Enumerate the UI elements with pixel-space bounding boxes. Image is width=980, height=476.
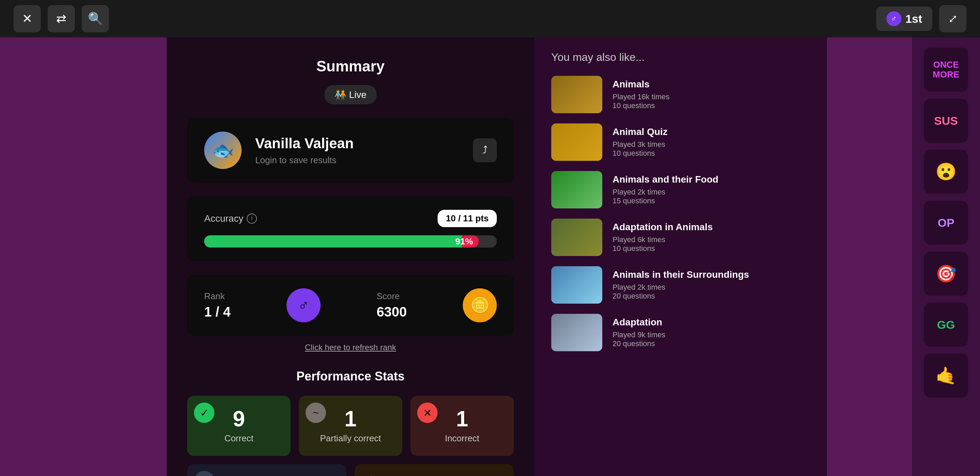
quiz-item[interactable]: Animals in their Surroundings Played 2k … — [551, 266, 810, 304]
stats-grid-top: ✓ 9 Correct ~ 1 Partially correct ✕ 1 In… — [187, 396, 514, 456]
expand-button[interactable]: ⤢ — [939, 5, 966, 32]
time-icon: 👥 — [194, 471, 215, 476]
live-badge-text: 🧑‍🤝‍🧑 Live — [334, 89, 366, 100]
accuracy-label: Accuracy i — [204, 213, 257, 224]
left-panel — [0, 37, 167, 476]
shuffle-icon: ⇄ — [56, 11, 66, 26]
rank-label: 1st — [905, 12, 922, 25]
close-button[interactable]: ✕ — [14, 5, 41, 32]
zoom-button[interactable]: 🔍 — [82, 5, 109, 32]
stickers-panel: ONCEMORE SUS 😮 OP 🎯 GG 🤙 — [912, 37, 980, 476]
shuffle-button[interactable]: ⇄ — [48, 5, 75, 32]
sticker-gg[interactable]: GG — [924, 303, 968, 347]
user-name: Vanilla Valjean — [255, 135, 460, 152]
quiz-info: Animals in their Surroundings Played 2k … — [612, 269, 749, 301]
quiz-thumbnail — [551, 171, 602, 208]
incorrect-label: Incorrect — [445, 433, 479, 444]
quiz-info: Adaptation in Animals Played 6k times 10… — [612, 222, 713, 253]
quiz-name: Animals in their Surroundings — [612, 269, 749, 280]
quiz-questions: 10 questions — [612, 244, 713, 253]
sticker-target[interactable]: 🎯 — [924, 252, 968, 296]
main-content: Summary 🧑‍🤝‍🧑 Live 🐟 Vanilla Valjean Log… — [167, 37, 534, 476]
quiz-name: Animals — [612, 79, 670, 90]
quiz-thumbnail — [551, 76, 602, 113]
progress-bar-fill — [204, 235, 462, 248]
correct-label: Correct — [224, 433, 253, 444]
topbar-left: ✕ ⇄ 🔍 — [14, 5, 109, 32]
accuracy-section: Accuracy i 10 / 11 pts 91% — [187, 196, 514, 261]
quiz-item[interactable]: Animals and their Food Played 2k times 1… — [551, 171, 810, 208]
sticker-sus-text: SUS — [934, 114, 958, 127]
sticker-sus[interactable]: SUS — [924, 98, 968, 143]
rank-badge: ♂ 1st — [876, 6, 932, 31]
sticker-surprised[interactable]: 😮 — [924, 149, 968, 194]
quiz-questions: 20 questions — [612, 292, 749, 301]
rank-icon: ♂ — [886, 11, 901, 26]
expand-icon: ⤢ — [948, 12, 958, 25]
rank-block-label: Rank — [204, 291, 231, 301]
avatar-emoji: 🐟 — [212, 140, 234, 161]
quiz-item[interactable]: Animal Quiz Played 3k times 10 questions — [551, 124, 810, 161]
incorrect-number: 1 — [456, 408, 468, 430]
quiz-questions: 20 questions — [612, 339, 665, 348]
sticker-hand[interactable]: 🤙 — [924, 354, 968, 398]
user-card: 🐟 Vanilla Valjean Login to save results … — [187, 118, 514, 182]
share-button[interactable]: ⤴ — [473, 138, 497, 162]
refresh-rank-link[interactable]: Click here to refresh rank — [187, 343, 514, 352]
quiz-played: Played 2k times — [612, 188, 718, 197]
quiz-name: Animals and their Food — [612, 174, 718, 185]
accuracy-header: Accuracy i 10 / 11 pts — [204, 210, 497, 227]
sidebar-title: You may also like... — [551, 51, 810, 63]
quiz-name: Adaptation — [612, 317, 665, 328]
quiz-info: Animals and their Food Played 2k times 1… — [612, 174, 718, 205]
accuracy-info-icon: i — [247, 214, 257, 224]
live-badge: 🧑‍🤝‍🧑 Live — [324, 85, 377, 105]
live-badge-container: 🧑‍🤝‍🧑 Live — [187, 85, 514, 105]
sticker-once-more[interactable]: ONCEMORE — [924, 48, 968, 92]
quiz-item[interactable]: Adaptation in Animals Played 6k times 10… — [551, 219, 810, 256]
close-icon: ✕ — [22, 11, 32, 26]
rank-block-value: 1 / 4 — [204, 304, 231, 320]
user-login-note: Login to save results — [255, 155, 460, 166]
sticker-gg-text: GG — [937, 318, 955, 332]
score-block-label: Score — [377, 291, 407, 301]
quiz-played: Played 6k times — [612, 235, 713, 244]
accuracy-pts: 10 / 11 pts — [438, 210, 497, 227]
sticker-hand-icon: 🤙 — [935, 366, 956, 386]
rank-score-row: Rank 1 / 4 ♂ Score 6300 🪙 — [187, 275, 514, 336]
right-sidebar: You may also like... Animals Played 16k … — [534, 37, 827, 476]
quiz-list: Animals Played 16k times 10 questions An… — [551, 76, 810, 351]
stat-card-incorrect: ✕ 1 Incorrect — [410, 396, 514, 456]
quiz-played: Played 9k times — [612, 330, 665, 339]
quiz-name: Adaptation in Animals — [612, 222, 713, 233]
quiz-item[interactable]: Animals Played 16k times 10 questions — [551, 76, 810, 113]
score-block-value: 6300 — [377, 304, 407, 320]
sticker-op-text: OP — [937, 216, 954, 230]
zoom-icon: 🔍 — [88, 11, 103, 26]
quiz-thumbnail — [551, 314, 602, 351]
quiz-info: Animal Quiz Played 3k times 10 questions — [612, 127, 668, 158]
accuracy-progress-bar: 91% — [204, 235, 497, 248]
correct-number: 9 — [233, 408, 245, 430]
performance-title: Performance Stats — [187, 369, 514, 384]
sticker-op[interactable]: OP — [924, 201, 968, 245]
score-icon-big: 🪙 — [463, 288, 497, 322]
sticker-surprised-icon: 😮 — [935, 162, 956, 182]
quiz-thumbnail — [551, 219, 602, 256]
share-icon: ⤴ — [482, 144, 488, 156]
quiz-questions: 10 questions — [612, 149, 668, 158]
score-block: Score 6300 — [377, 291, 407, 320]
quiz-thumbnail — [551, 266, 602, 304]
avatar: 🐟 — [204, 132, 242, 169]
partial-number: 1 — [344, 408, 356, 430]
partial-label: Partially correct — [320, 433, 381, 444]
accuracy-percent: 91% — [455, 236, 473, 247]
quiz-item[interactable]: Adaptation Played 9k times 20 questions — [551, 314, 810, 351]
quiz-questions: 10 questions — [612, 101, 670, 110]
sticker-target-icon: 🎯 — [935, 264, 956, 284]
streak-icon: 🔥 — [361, 471, 382, 476]
quiz-thumbnail — [551, 124, 602, 161]
topbar-right: ♂ 1st ⤢ — [876, 5, 966, 32]
quiz-played: Played 16k times — [612, 92, 670, 101]
quiz-name: Animal Quiz — [612, 127, 668, 137]
